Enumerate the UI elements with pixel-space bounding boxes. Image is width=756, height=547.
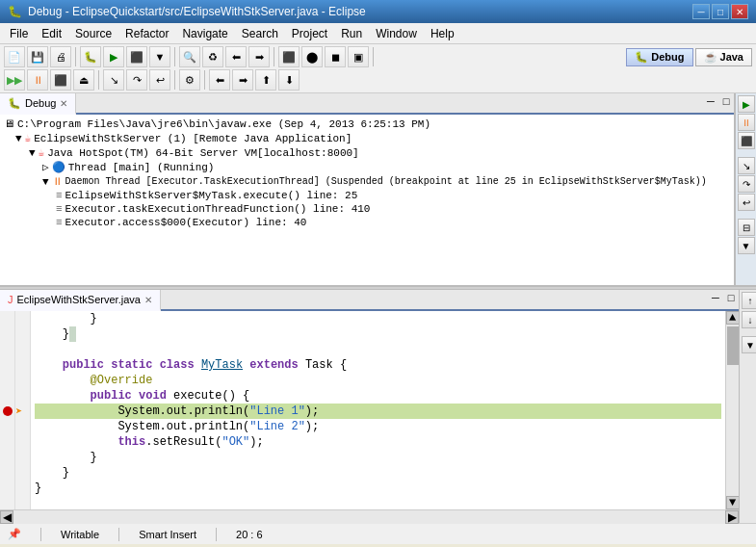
debug-panel-minimize[interactable]: ─ bbox=[703, 93, 718, 109]
refactor-btn[interactable]: ♻ bbox=[202, 46, 223, 67]
editor-scrollbar[interactable]: ▲ ▼ bbox=[725, 311, 739, 509]
scroll-thumb[interactable] bbox=[727, 326, 739, 365]
tree-item-4[interactable]: ▼ ⏸ Daemon Thread [Executor.TaskExecutio… bbox=[0, 174, 734, 189]
title-bar-controls[interactable]: ─ □ ✕ bbox=[692, 4, 748, 19]
maximize-button[interactable]: □ bbox=[712, 4, 729, 19]
search-btn[interactable]: 🔍 bbox=[179, 46, 200, 67]
debug-tab[interactable]: 🐛 Debug ✕ bbox=[0, 93, 76, 115]
debug-panel-maximize[interactable]: □ bbox=[718, 93, 734, 109]
editor-tab-close[interactable]: ✕ bbox=[144, 295, 152, 305]
tree-item-0[interactable]: 🖥 C:\Program Files\Java\jre6\bin\javaw.e… bbox=[0, 117, 734, 131]
stack-frame-label-1: EclipseWithStkServer$MyTask.execute() li… bbox=[65, 190, 358, 201]
print-button[interactable]: 🖨 bbox=[50, 46, 71, 67]
thread-main-icon: 🔵 bbox=[52, 161, 65, 173]
editor-hscrollbar[interactable]: ◀ ▶ bbox=[0, 509, 739, 523]
scroll-left-btn[interactable]: ◀ bbox=[0, 510, 13, 524]
debug-perspective-btn[interactable]: 🐛 Debug bbox=[626, 48, 692, 66]
vt-btn-stepreturn[interactable]: ↩ bbox=[738, 194, 755, 211]
vt-btn-resume[interactable]: ▶ bbox=[738, 95, 755, 113]
arrow-4 bbox=[15, 357, 30, 373]
editor-vt-btn2[interactable]: ↓ bbox=[742, 311, 756, 328]
debug-drop3[interactable]: ⬆ bbox=[255, 69, 276, 91]
editor-content[interactable]: ➤ } }| bbox=[0, 311, 739, 509]
sep4 bbox=[373, 47, 374, 66]
sep1 bbox=[75, 47, 76, 66]
debug-drop2[interactable]: ➡ bbox=[232, 69, 253, 91]
stack-frame-label-3: Executor.access$000(Executor) line: 40 bbox=[65, 217, 307, 228]
toolbar-btn-d[interactable]: ▣ bbox=[348, 46, 369, 67]
menu-navigate[interactable]: Navigate bbox=[176, 25, 233, 42]
toolbar-btn-b[interactable]: ⬤ bbox=[301, 46, 323, 67]
arrow-3 bbox=[15, 342, 30, 357]
tree-item-3[interactable]: ▷ 🔵 Thread [main] (Running) bbox=[0, 160, 734, 174]
tree-item-6[interactable]: ≡ Executor.taskExecutionThreadFunction()… bbox=[0, 202, 734, 216]
code-line-8: System.out.println("Line 2"); bbox=[35, 419, 721, 434]
debug-drop4[interactable]: ⬇ bbox=[278, 69, 300, 91]
arrow-5 bbox=[15, 373, 30, 388]
debug-drop1[interactable]: ⬅ bbox=[209, 69, 230, 91]
arrow-9 bbox=[15, 434, 30, 450]
scroll-up-btn[interactable]: ▲ bbox=[726, 311, 740, 325]
window-title: Debug - EclipseQuickstart/src/EclipseWit… bbox=[28, 5, 366, 18]
menu-source[interactable]: Source bbox=[69, 25, 117, 42]
nav-back[interactable]: ⬅ bbox=[225, 46, 247, 67]
java-perspective-btn[interactable]: ☕ Java bbox=[695, 48, 752, 66]
status-icon: 📌 bbox=[8, 528, 21, 540]
tree-item-2[interactable]: ▼ ☕ Java HotSpot(TM) 64-Bit Server VM[lo… bbox=[0, 145, 734, 160]
code-view[interactable]: } }| public static class MyTask extends … bbox=[31, 311, 725, 509]
scroll-right-btn[interactable]: ▶ bbox=[725, 510, 739, 524]
minimize-button[interactable]: ─ bbox=[692, 4, 710, 19]
tree-item-5[interactable]: ≡ EclipseWithStkServer$MyTask.execute() … bbox=[0, 189, 734, 202]
hscroll-track bbox=[13, 510, 725, 524]
run-btn[interactable]: ▶ bbox=[103, 46, 124, 67]
step-terminate[interactable]: ⬛ bbox=[50, 69, 71, 91]
step-resume[interactable]: ▶▶ bbox=[4, 69, 25, 91]
scroll-down-btn[interactable]: ▼ bbox=[726, 496, 740, 509]
step-disconnect[interactable]: ⏏ bbox=[73, 69, 94, 91]
title-bar-left: 🐛 Debug - EclipseQuickstart/src/EclipseW… bbox=[8, 5, 366, 18]
vt-btn-stop[interactable]: ⬛ bbox=[738, 132, 755, 149]
debug-tree[interactable]: 🖥 C:\Program Files\Java\jre6\bin\javaw.e… bbox=[0, 115, 734, 285]
editor-minimize[interactable]: ─ bbox=[708, 290, 723, 305]
cursor-position: 20 : 6 bbox=[236, 529, 263, 540]
toolbar-btn-c[interactable]: ◼ bbox=[325, 46, 346, 67]
menu-refactor[interactable]: Refactor bbox=[119, 25, 174, 42]
stop-btn[interactable]: ⬛ bbox=[126, 46, 147, 67]
use-step-filters[interactable]: ⚙ bbox=[179, 69, 200, 91]
step-suspend[interactable]: ⏸ bbox=[27, 69, 48, 91]
nav-fwd[interactable]: ➡ bbox=[248, 46, 270, 67]
step-return[interactable]: ↩ bbox=[149, 69, 170, 91]
menu-window[interactable]: Window bbox=[370, 25, 423, 42]
dropdown-btn[interactable]: ▼ bbox=[149, 46, 170, 67]
editor-tab[interactable]: J EclipseWithStkServer.java ✕ bbox=[0, 290, 161, 311]
sep2 bbox=[174, 47, 175, 66]
close-button[interactable]: ✕ bbox=[731, 4, 748, 19]
tree-item-7[interactable]: ≡ Executor.access$000(Executor) line: 40 bbox=[0, 216, 734, 229]
vt-btn-collapseall[interactable]: ⊟ bbox=[738, 219, 755, 236]
daemon-thread-label: Daemon Thread [Executor.TaskExecutionThr… bbox=[65, 176, 707, 187]
save-button[interactable]: 💾 bbox=[27, 46, 48, 67]
new-button[interactable]: 📄 bbox=[4, 46, 25, 67]
menu-help[interactable]: Help bbox=[425, 25, 460, 42]
menu-file[interactable]: File bbox=[4, 25, 34, 42]
status-sep3 bbox=[216, 528, 217, 541]
menu-search[interactable]: Search bbox=[236, 25, 284, 42]
arrow-7: ➤ bbox=[15, 404, 30, 419]
vt-btn-viewmenu[interactable]: ▼ bbox=[738, 237, 755, 254]
menu-edit[interactable]: Edit bbox=[36, 25, 67, 42]
vt-btn-stepinto[interactable]: ↘ bbox=[738, 157, 755, 174]
vt-btn-stepover[interactable]: ↷ bbox=[738, 175, 755, 193]
vt-btn-suspend[interactable]: ⏸ bbox=[738, 114, 755, 131]
step-over[interactable]: ↷ bbox=[126, 69, 147, 91]
menu-run[interactable]: Run bbox=[335, 25, 368, 42]
menu-project[interactable]: Project bbox=[286, 25, 333, 42]
editor-vt-btn3[interactable]: ▼ bbox=[742, 336, 756, 353]
debug-btn[interactable]: 🐛 bbox=[80, 46, 101, 67]
toolbar-btn-a[interactable]: ⬛ bbox=[278, 46, 300, 67]
editor-maximize[interactable]: □ bbox=[723, 290, 739, 305]
editor-vt-btn1[interactable]: ↑ bbox=[742, 292, 756, 309]
step-into[interactable]: ↘ bbox=[103, 69, 124, 91]
marker-8 bbox=[0, 419, 14, 434]
debug-tab-close[interactable]: ✕ bbox=[60, 98, 67, 109]
tree-item-1[interactable]: ▼ ☕ EclipseWithStkServer (1) [Remote Jav… bbox=[0, 131, 734, 145]
